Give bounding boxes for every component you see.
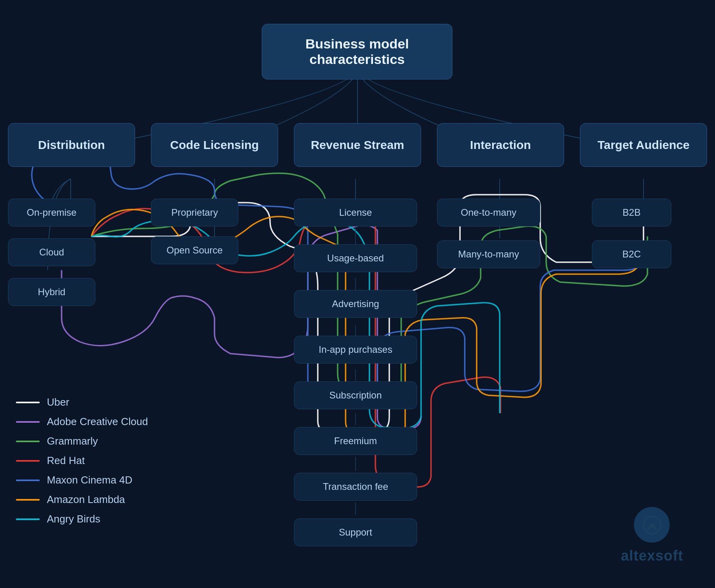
leaf-freemium: Freemium	[294, 427, 417, 455]
legend-label-grammarly: Grammarly	[47, 435, 98, 447]
logo-area: altexsoft	[621, 507, 683, 564]
category-interaction: Interaction	[437, 123, 564, 167]
legend-label-uber: Uber	[47, 396, 69, 408]
leaf-b2b: B2B	[592, 199, 671, 226]
legend-line-amazon	[16, 499, 40, 501]
legend-item-uber: Uber	[16, 396, 148, 408]
legend-label-amazon: Amazon Lambda	[47, 493, 125, 506]
leaf-one-to-many: One-to-many	[437, 199, 540, 226]
category-distribution: Distribution	[8, 123, 135, 167]
leaf-b2c: B2C	[592, 240, 671, 268]
legend-line-grammarly	[16, 441, 40, 442]
legend-line-uber	[16, 402, 40, 403]
legend-line-redhat	[16, 460, 40, 462]
leaf-usage-based: Usage-based	[294, 244, 417, 272]
legend-label-maxon: Maxon Cinema 4D	[47, 474, 132, 486]
legend-label-adobe: Adobe Creative Cloud	[47, 416, 148, 428]
leaf-transaction-fee: Transaction fee	[294, 473, 417, 501]
svg-point-8	[650, 524, 654, 528]
legend-label-angry-birds: Angry Birds	[47, 513, 100, 525]
logo-svg	[641, 514, 663, 536]
legend-line-adobe	[16, 421, 40, 423]
legend-item-adobe: Adobe Creative Cloud	[16, 416, 148, 428]
legend-line-angry-birds	[16, 518, 40, 520]
leaf-support: Support	[294, 518, 417, 546]
leaf-license: License	[294, 199, 417, 226]
legend-item-angry-birds: Angry Birds	[16, 513, 148, 525]
legend-item-grammarly: Grammarly	[16, 435, 148, 447]
leaf-subscription: Subscription	[294, 381, 417, 409]
category-code-licensing: Code Licensing	[151, 123, 278, 167]
legend-line-maxon	[16, 480, 40, 481]
logo-text: altexsoft	[621, 547, 683, 564]
root-node: Business model characteristics	[262, 24, 452, 79]
leaf-advertising: Advertising	[294, 290, 417, 318]
leaf-in-app-purchases: In-app purchases	[294, 336, 417, 364]
leaf-on-premise: On-premise	[8, 199, 95, 226]
leaf-hybrid: Hybrid	[8, 278, 95, 306]
main-container: Business model characteristics Distribut…	[0, 0, 715, 588]
legend-label-redhat: Red Hat	[47, 455, 85, 467]
legend: Uber Adobe Creative Cloud Grammarly Red …	[16, 396, 148, 532]
leaf-open-source: Open Source	[151, 236, 238, 264]
category-revenue-stream: Revenue Stream	[294, 123, 421, 167]
logo-icon	[634, 507, 670, 543]
leaf-many-to-many: Many-to-many	[437, 240, 540, 268]
legend-item-amazon: Amazon Lambda	[16, 493, 148, 506]
leaf-cloud: Cloud	[8, 238, 95, 266]
leaf-proprietary: Proprietary	[151, 199, 238, 226]
category-target-audience: Target Audience	[580, 123, 707, 167]
legend-item-maxon: Maxon Cinema 4D	[16, 474, 148, 486]
legend-item-redhat: Red Hat	[16, 455, 148, 467]
